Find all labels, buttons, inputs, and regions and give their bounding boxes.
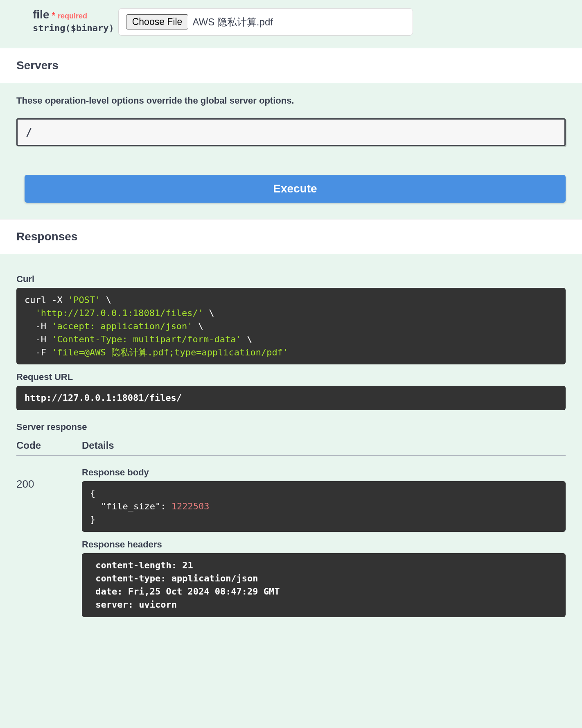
execute-button[interactable]: Execute: [25, 175, 566, 203]
parameter-label: file * required string($binary): [33, 8, 114, 33]
parameter-row: file * required string($binary) Choose F…: [0, 0, 582, 48]
server-select[interactable]: /: [16, 118, 566, 146]
selected-file-name: AWS 隐私计算.pdf: [192, 16, 273, 29]
responses-header: Responses: [0, 219, 582, 254]
servers-header: Servers: [0, 48, 582, 83]
response-table-header: Code Details: [16, 440, 566, 456]
server-response-label: Server response: [16, 422, 566, 432]
response-code: 200: [16, 467, 82, 617]
servers-heading: Servers: [16, 59, 566, 72]
file-input-box[interactable]: Choose File AWS 隐私计算.pdf: [118, 8, 413, 36]
curl-label: Curl: [16, 274, 566, 285]
request-url-block[interactable]: http://127.0.0.1:18081/files/: [16, 386, 566, 410]
responses-body: Curl curl -X 'POST' \ 'http://127.0.0.1:…: [0, 254, 582, 633]
required-star-icon: *: [52, 10, 55, 21]
choose-file-button[interactable]: Choose File: [126, 14, 189, 29]
details-column-header: Details: [82, 440, 566, 451]
responses-heading: Responses: [16, 230, 566, 243]
param-type: string($binary): [33, 23, 114, 33]
servers-note: These operation-level options override t…: [0, 83, 582, 114]
request-url-label: Request URL: [16, 372, 566, 382]
response-body-label: Response body: [82, 467, 566, 478]
response-headers-block[interactable]: content-length: 21 content-type: applica…: [82, 553, 566, 617]
curl-codeblock[interactable]: curl -X 'POST' \ 'http://127.0.0.1:18081…: [16, 288, 566, 364]
response-body-block[interactable]: { "file_size": 1222503 }: [82, 481, 566, 532]
required-text: required: [58, 12, 87, 20]
response-row: 200 Response body { "file_size": 1222503…: [16, 467, 566, 617]
code-column-header: Code: [16, 440, 82, 451]
response-headers-label: Response headers: [82, 539, 566, 550]
param-name: file: [33, 8, 49, 21]
